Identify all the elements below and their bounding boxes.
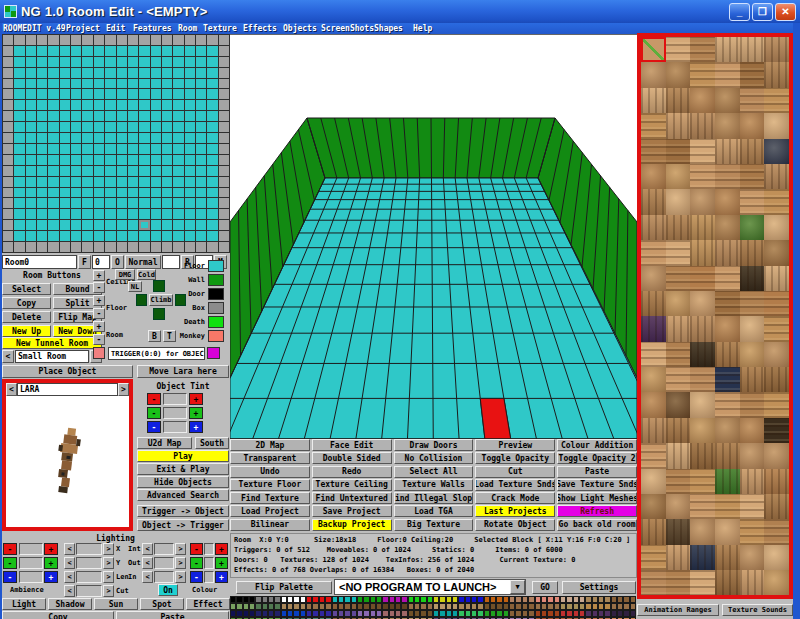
texture-tile[interactable]	[641, 164, 666, 189]
map-cell[interactable]	[139, 231, 150, 242]
map-cell[interactable]	[26, 209, 37, 220]
map-cell[interactable]	[105, 166, 116, 177]
map-cell[interactable]	[3, 89, 14, 100]
hide-objects-button[interactable]: Hide Objects	[137, 476, 229, 488]
map-cell[interactable]	[82, 79, 93, 90]
texture-tile[interactable]	[690, 545, 715, 570]
map-cell[interactable]	[60, 220, 71, 231]
map-cell[interactable]	[105, 122, 116, 133]
map-cell[interactable]	[162, 46, 173, 57]
texture-tile[interactable]	[740, 291, 765, 316]
ambience-red-minus-button[interactable]: -	[3, 543, 17, 555]
map-cell[interactable]	[185, 155, 196, 166]
texture-tile[interactable]	[740, 494, 765, 519]
map-cell[interactable]	[117, 111, 128, 122]
map-cell[interactable]	[185, 89, 196, 100]
map-cell[interactable]	[3, 231, 14, 242]
light-on-toggle[interactable]: On	[158, 584, 178, 596]
map-cell[interactable]	[151, 188, 162, 199]
tint-blue-minus-button[interactable]: -	[147, 421, 161, 433]
texture-tile[interactable]	[715, 469, 740, 494]
colour-green-minus-button[interactable]: -	[190, 557, 203, 569]
map-cell[interactable]	[94, 122, 105, 133]
map-cell[interactable]	[117, 46, 128, 57]
grid-button-undo[interactable]: Undo	[230, 466, 310, 478]
object-to-trigger-button[interactable]: Object -> Trigger	[137, 519, 229, 531]
map-cell[interactable]	[128, 144, 139, 155]
texture-tile[interactable]	[715, 494, 740, 519]
map-cell[interactable]	[162, 133, 173, 144]
grid-button-redo[interactable]: Redo	[312, 466, 392, 478]
map-cell[interactable]	[128, 79, 139, 90]
map-cell[interactable]	[185, 220, 196, 231]
map-cell[interactable]	[14, 111, 25, 122]
map-cell[interactable]	[128, 155, 139, 166]
map-cell[interactable]	[3, 35, 14, 46]
map-cell[interactable]	[162, 242, 173, 253]
map-cell[interactable]	[37, 209, 48, 220]
map-cell[interactable]	[94, 198, 105, 209]
map-cell[interactable]	[94, 133, 105, 144]
map-cell[interactable]	[173, 242, 184, 253]
map-cell[interactable]	[185, 231, 196, 242]
light-copy-button[interactable]: Copy	[2, 611, 114, 619]
map-cell[interactable]	[151, 231, 162, 242]
map-cell[interactable]	[71, 122, 82, 133]
texture-tile[interactable]	[764, 316, 789, 341]
map-cell[interactable]	[94, 68, 105, 79]
map-cell[interactable]	[37, 89, 48, 100]
grid-button-find-untextured[interactable]: Find Untextured	[312, 492, 392, 504]
map-cell[interactable]	[37, 231, 48, 242]
map-cell[interactable]	[14, 242, 25, 253]
map-cell[interactable]	[128, 133, 139, 144]
map-cell[interactable]	[14, 46, 25, 57]
map-cell[interactable]	[37, 79, 48, 90]
map-cell[interactable]	[173, 231, 184, 242]
map-cell[interactable]	[94, 155, 105, 166]
texture-tile[interactable]	[641, 316, 666, 341]
light-int-next-button[interactable]: >	[175, 543, 186, 555]
texture-tile[interactable]	[690, 291, 715, 316]
map-cell[interactable]	[71, 57, 82, 68]
map-cell[interactable]	[37, 57, 48, 68]
texture-tile[interactable]	[690, 88, 715, 113]
map-cell[interactable]	[185, 209, 196, 220]
map-cell[interactable]	[37, 188, 48, 199]
texture-tile[interactable]	[690, 164, 715, 189]
ceiling-up-button[interactable]: +	[93, 270, 105, 281]
palette-swatch[interactable]	[630, 596, 636, 603]
map-cell[interactable]	[151, 68, 162, 79]
map-cell[interactable]	[185, 188, 196, 199]
texture-tile[interactable]	[666, 37, 691, 62]
texture-tile[interactable]	[715, 418, 740, 443]
map-cell[interactable]	[196, 198, 207, 209]
ambience-blue-plus-button[interactable]: +	[44, 571, 58, 583]
light-x-next-button[interactable]: >	[103, 543, 114, 555]
map-cell[interactable]	[151, 155, 162, 166]
texture-tile[interactable]	[690, 392, 715, 417]
map-cell[interactable]	[94, 144, 105, 155]
map-cell[interactable]	[185, 68, 196, 79]
texture-tile[interactable]	[690, 469, 715, 494]
map-cell[interactable]	[128, 89, 139, 100]
map-cell[interactable]	[94, 177, 105, 188]
map-cell[interactable]	[94, 111, 105, 122]
texture-tile[interactable]	[690, 570, 715, 595]
map-cell[interactable]	[105, 68, 116, 79]
map-cell[interactable]	[14, 144, 25, 155]
texture-tile[interactable]	[764, 37, 789, 62]
grid-button-rotate-object[interactable]: Rotate Object	[475, 519, 555, 531]
texture-tile[interactable]	[740, 519, 765, 544]
object-next-button[interactable]: >	[118, 383, 129, 396]
map-cell[interactable]	[196, 188, 207, 199]
texture-tile[interactable]	[764, 342, 789, 367]
map-cell[interactable]	[82, 242, 93, 253]
light-out-next-button[interactable]: >	[175, 557, 186, 569]
map-cell[interactable]	[151, 220, 162, 231]
map-cell[interactable]	[3, 57, 14, 68]
map-cell[interactable]	[60, 122, 71, 133]
map-cell[interactable]	[14, 35, 25, 46]
grid-button-save-texture-snds[interactable]: Save Texture Snds	[557, 479, 637, 491]
map-cell[interactable]	[173, 111, 184, 122]
texture-tile[interactable]	[740, 392, 765, 417]
